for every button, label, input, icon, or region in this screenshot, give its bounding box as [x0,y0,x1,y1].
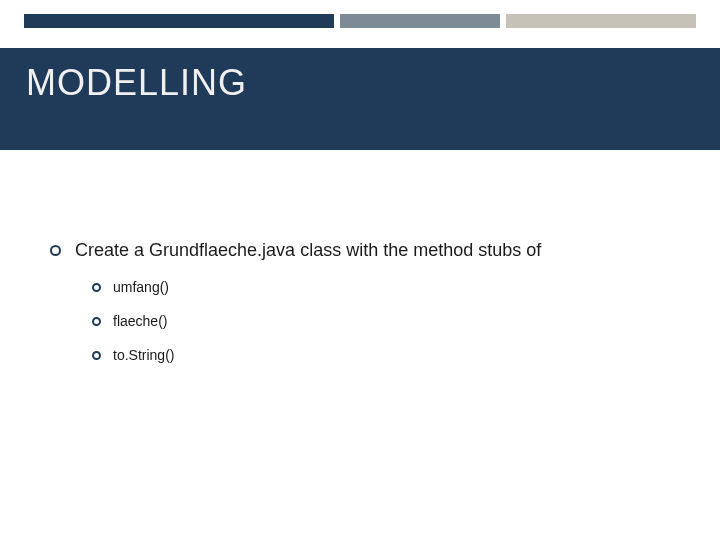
accent-bar-right [506,14,696,28]
bullet-level-2: umfang() [92,279,680,295]
top-accent-bars [0,14,720,30]
bullet-ring-icon [50,245,61,256]
bullet-ring-icon [92,317,101,326]
slide: MODELLING Create a Grundflaeche.java cla… [0,0,720,540]
bullet-text: to.String() [113,347,174,363]
sub-bullets: umfang() flaeche() to.String() [50,279,680,363]
bullet-ring-icon [92,351,101,360]
bullet-level-2: to.String() [92,347,680,363]
slide-title: MODELLING [26,62,247,104]
bullet-level-1: Create a Grundflaeche.java class with th… [50,240,680,261]
bullet-level-2: flaeche() [92,313,680,329]
bullet-text: flaeche() [113,313,167,329]
bullet-ring-icon [92,283,101,292]
title-band: MODELLING [0,48,720,150]
accent-bar-middle [340,14,500,28]
bullet-text: umfang() [113,279,169,295]
bullet-text: Create a Grundflaeche.java class with th… [75,240,541,261]
slide-body: Create a Grundflaeche.java class with th… [50,240,680,381]
accent-bar-left [24,14,334,28]
